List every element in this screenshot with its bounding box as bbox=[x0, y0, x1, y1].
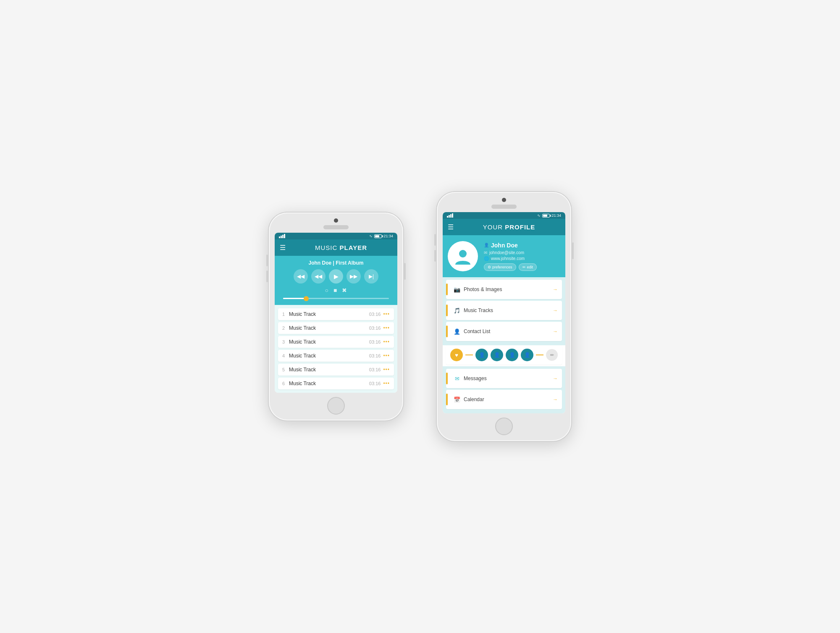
profile-actions: ⚙ preferences ✏ edit bbox=[484, 263, 560, 271]
phone-bottom bbox=[443, 418, 565, 435]
vol-up-button[interactable] bbox=[266, 255, 268, 266]
profile-header: ☰ YOUR PROFILE bbox=[443, 219, 565, 235]
artist-label: John Doe | First Album bbox=[280, 260, 392, 266]
scene: ∿ 21:34 ☰ MUSIC PLAYER John Doe | First … bbox=[252, 175, 588, 458]
track-options-icon[interactable]: ••• bbox=[383, 325, 390, 331]
vol-down-button[interactable] bbox=[434, 250, 436, 262]
album-section: John Doe | First Album ◀◀ ◀◀ ▶ ▶▶ ▶| ○ ■… bbox=[275, 256, 397, 305]
phone-music-player: ∿ 21:34 ☰ MUSIC PLAYER John Doe | First … bbox=[269, 213, 403, 420]
track-options-icon[interactable]: ••• bbox=[383, 367, 390, 373]
menu-item-music[interactable]: 🎵 Music Tracks → bbox=[446, 301, 562, 320]
phone-top bbox=[275, 218, 397, 229]
edit-icon: ✏ bbox=[522, 265, 526, 269]
music-player-screen: ∿ 21:34 ☰ MUSIC PLAYER John Doe | First … bbox=[275, 233, 397, 393]
progress-bar[interactable] bbox=[283, 298, 389, 299]
camera bbox=[334, 218, 338, 223]
rewind-button[interactable]: ◀◀ bbox=[311, 269, 326, 284]
track-list: 1 Music Track 03:16 ••• 2 Music Track 03… bbox=[275, 305, 397, 393]
profile-name: John Doe bbox=[491, 242, 518, 249]
menu-item-photos[interactable]: 📷 Photos & Images → bbox=[446, 280, 562, 299]
track-options-icon[interactable]: ••• bbox=[383, 381, 390, 386]
music-player-header: ☰ MUSIC PLAYER bbox=[275, 239, 397, 256]
camera bbox=[502, 198, 506, 202]
progress-thumb[interactable] bbox=[304, 296, 309, 301]
track-options-icon[interactable]: ••• bbox=[383, 311, 390, 317]
arrow-icon: → bbox=[553, 286, 558, 292]
track-item[interactable]: 3 Music Track 03:16 ••• bbox=[278, 336, 394, 348]
messages-icon: ✉ bbox=[454, 376, 460, 382]
menu-icon[interactable]: ☰ bbox=[280, 244, 286, 252]
track-item[interactable]: 4 Music Track 03:16 ••• bbox=[278, 350, 394, 362]
profile-screen: ∿ 21:34 ☰ YOUR PROFILE bbox=[443, 212, 565, 413]
phone-profile: ∿ 21:34 ☰ YOUR PROFILE bbox=[437, 192, 571, 441]
email-icon: ✉ bbox=[484, 250, 487, 255]
vol-up-button[interactable] bbox=[434, 234, 436, 246]
menu-item-contacts[interactable]: 👤 Contact List → bbox=[446, 322, 562, 341]
home-button[interactable] bbox=[495, 418, 513, 435]
track-item[interactable]: 5 Music Track 03:16 ••• bbox=[278, 364, 394, 376]
playback-controls: ◀◀ ◀◀ ▶ ▶▶ ▶| bbox=[280, 269, 392, 284]
signal-icon bbox=[279, 234, 285, 238]
messages-label: Messages bbox=[464, 376, 549, 381]
arrow-icon: → bbox=[553, 397, 558, 402]
edit-button[interactable]: ✏ edit bbox=[519, 263, 537, 271]
arrow-icon: → bbox=[553, 328, 558, 334]
menu-accent bbox=[446, 394, 448, 405]
contact-avatar-1[interactable]: 👤 bbox=[475, 349, 488, 361]
profile-website-row: 🌐 www.johnsite.com bbox=[484, 256, 560, 261]
loop-icon[interactable]: ■ bbox=[333, 287, 337, 294]
home-button[interactable] bbox=[327, 397, 345, 415]
track-options-icon[interactable]: ••• bbox=[383, 339, 390, 345]
profile-menu-list: 📷 Photos & Images → 🎵 Music Tracks → 👤 C… bbox=[443, 277, 565, 345]
status-right: ∿ 21:34 bbox=[369, 234, 393, 238]
progress-fill bbox=[283, 298, 306, 299]
menu-icon[interactable]: ☰ bbox=[448, 223, 454, 231]
profile-details: 👤 John Doe ✉ johndoe@site.com 🌐 www.john… bbox=[484, 242, 560, 271]
play-button[interactable]: ▶ bbox=[329, 269, 343, 284]
status-time: 21:34 bbox=[551, 213, 561, 218]
contact-avatar-3[interactable]: 👤 bbox=[506, 349, 518, 361]
menu-accent bbox=[446, 284, 448, 295]
contact-avatar-4[interactable]: 👤 bbox=[521, 349, 533, 361]
menu-item-messages[interactable]: ✉ Messages → bbox=[446, 369, 562, 388]
profile-email: johndoe@site.com bbox=[489, 250, 524, 255]
calendar-icon: 📅 bbox=[454, 397, 460, 403]
user-icon: 👤 bbox=[484, 243, 489, 247]
edit-contacts-button[interactable]: ✏ bbox=[546, 349, 558, 361]
status-time: 21:34 bbox=[383, 234, 393, 238]
profile-info-section: 👤 John Doe ✉ johndoe@site.com 🌐 www.john… bbox=[443, 235, 565, 277]
track-options-icon[interactable]: ••• bbox=[383, 353, 390, 359]
status-right: ∿ 21:34 bbox=[537, 213, 561, 218]
globe-icon: 🌐 bbox=[484, 256, 489, 261]
contacts-line-2 bbox=[536, 355, 543, 355]
favorite-contact[interactable]: ♥ bbox=[450, 349, 463, 361]
menu-item-calendar[interactable]: 📅 Calendar → bbox=[446, 390, 562, 409]
vol-down-button[interactable] bbox=[266, 271, 268, 282]
status-bar: ∿ 21:34 bbox=[275, 233, 397, 239]
speaker bbox=[323, 225, 349, 229]
repeat-icon[interactable]: ○ bbox=[325, 287, 328, 294]
contacts-label: Contact List bbox=[464, 328, 549, 334]
fast-forward-button[interactable]: ▶▶ bbox=[346, 269, 361, 284]
power-button[interactable] bbox=[404, 263, 406, 280]
shuffle-icon[interactable]: ✖ bbox=[342, 287, 347, 294]
music-player-title: MUSIC PLAYER bbox=[290, 244, 392, 251]
status-bar: ∿ 21:34 bbox=[443, 212, 565, 219]
menu-accent bbox=[446, 305, 448, 316]
skip-back-start-button[interactable]: ◀◀ bbox=[294, 269, 308, 284]
battery-icon bbox=[374, 234, 382, 238]
profile-website: www.johnsite.com bbox=[491, 256, 525, 261]
preferences-button[interactable]: ⚙ preferences bbox=[484, 263, 516, 271]
contact-avatar-2[interactable]: 👤 bbox=[491, 349, 503, 361]
power-button[interactable] bbox=[572, 242, 574, 259]
track-item[interactable]: 1 Music Track 03:16 ••• bbox=[278, 308, 394, 320]
contacts-icon: 👤 bbox=[454, 328, 460, 335]
track-item[interactable]: 2 Music Track 03:16 ••• bbox=[278, 322, 394, 334]
photos-icon: 📷 bbox=[454, 286, 460, 293]
battery-icon bbox=[542, 214, 550, 218]
music-label: Music Tracks bbox=[464, 307, 549, 313]
skip-forward-button[interactable]: ▶| bbox=[364, 269, 378, 284]
contacts-line bbox=[465, 355, 473, 355]
wifi-icon: ∿ bbox=[537, 213, 541, 218]
track-item[interactable]: 6 Music Track 03:16 ••• bbox=[278, 378, 394, 389]
